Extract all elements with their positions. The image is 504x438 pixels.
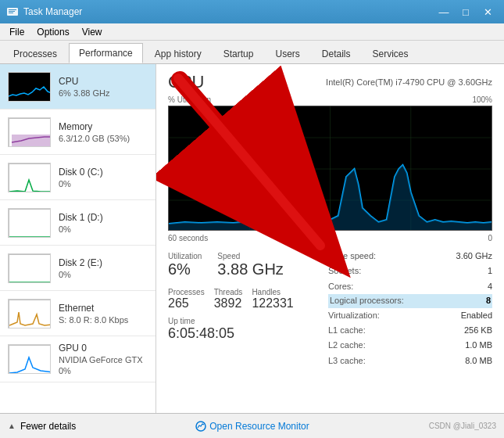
- tab-details[interactable]: Details: [312, 43, 361, 63]
- l2-row: L2 cache: 1.0 MB: [328, 338, 492, 353]
- disk0-sidebar-value: 0%: [59, 179, 148, 188]
- minimize-button[interactable]: —: [434, 4, 454, 20]
- threads-label: Threads: [214, 288, 243, 296]
- panel-header: CPU Intel(R) Core(TM) i7-4790 CPU @ 3.60…: [168, 72, 492, 92]
- cpu-graph: [168, 106, 492, 231]
- speed-value: 3.88 GHz: [217, 260, 283, 278]
- logical-row: Logical processors: 8: [328, 294, 492, 307]
- memory-sidebar-value: 6.3/12.0 GB (53%): [59, 134, 148, 143]
- ethernet-sidebar-value: S: 8.0 R: 8.0 Kbps: [59, 315, 148, 325]
- cpu-sidebar-value: 6% 3.88 GHz: [59, 88, 148, 98]
- disk0-thumbnail: [8, 163, 51, 192]
- time-right: 0: [488, 234, 492, 242]
- cores-row: Cores: 4: [328, 279, 492, 294]
- sockets-value: 1: [488, 265, 492, 277]
- handles-block: Handles 122331: [252, 285, 293, 314]
- maximize-button[interactable]: □: [456, 4, 476, 20]
- svg-rect-2: [9, 11, 15, 12]
- disk2-sidebar-value: 0%: [59, 270, 148, 279]
- main-content: CPU 6% 3.88 GHz Memory 6.3/12.0 GB (53%): [0, 64, 504, 413]
- cores-value: 4: [488, 281, 492, 293]
- ethernet-sidebar-name: Ethernet: [59, 303, 148, 314]
- graph-y-label: % Utilization: [168, 95, 211, 104]
- virtualization-label: Virtualization:: [328, 310, 430, 321]
- gpu-thumbnail: [8, 344, 51, 374]
- processes-label: Processes: [168, 288, 205, 296]
- gpu-sidebar-value: NVIDIA GeForce GTX: [59, 355, 148, 364]
- uptime-label: Up time: [168, 317, 320, 325]
- tab-users[interactable]: Users: [265, 43, 309, 63]
- app-icon: [6, 5, 19, 18]
- l3-value: 8.0 MB: [465, 355, 492, 367]
- disk1-sidebar-name: Disk 1 (D:): [59, 212, 148, 223]
- sidebar-item-cpu[interactable]: CPU 6% 3.88 GHz: [0, 64, 155, 110]
- handles-label: Handles: [252, 288, 293, 296]
- tab-services[interactable]: Services: [363, 43, 419, 63]
- l1-label: L1 cache:: [328, 325, 430, 336]
- resource-monitor-icon: [195, 421, 206, 432]
- chevron-icon: ▲: [8, 422, 16, 430]
- uptime-value: 6:05:48:05: [168, 325, 320, 342]
- sidebar-item-ethernet[interactable]: Ethernet S: 8.0 R: 8.0 Kbps: [0, 291, 155, 336]
- disk1-sidebar-value: 0%: [59, 224, 148, 234]
- panel-subtitle: Intel(R) Core(TM) i7-4790 CPU @ 3.60GHz: [326, 77, 492, 87]
- cpu-sidebar-name: CPU: [59, 76, 148, 87]
- panel-title: CPU: [168, 72, 204, 92]
- l3-row: L3 cache: 8.0 MB: [328, 354, 492, 368]
- base-speed-label: Base speed:: [328, 250, 430, 262]
- graph-time-labels: 60 seconds 0: [168, 234, 492, 242]
- menu-file[interactable]: File: [3, 25, 30, 39]
- base-speed-value: 3.60 GHz: [456, 250, 492, 262]
- menu-options[interactable]: Options: [30, 25, 75, 39]
- disk1-thumbnail: [8, 208, 51, 238]
- open-resource-monitor-link[interactable]: Open Resource Monitor: [195, 421, 309, 432]
- sidebar-item-memory[interactable]: Memory 6.3/12.0 GB (53%): [0, 110, 155, 155]
- processes-value: 265: [168, 296, 205, 311]
- utilization-label: Utilization: [168, 252, 202, 260]
- graph-labels: % Utilization 100%: [168, 95, 492, 104]
- sidebar-item-disk0[interactable]: Disk 0 (C:) 0%: [0, 155, 155, 200]
- sidebar-item-gpu[interactable]: GPU 0 NVIDIA GeForce GTX 0%: [0, 336, 155, 382]
- gpu-sidebar-name: GPU 0: [59, 343, 148, 354]
- disk0-sidebar-name: Disk 0 (C:): [59, 167, 148, 178]
- speed-block: Speed 3.88 GHz: [217, 249, 283, 282]
- app-title: Task Manager: [23, 6, 82, 17]
- sidebar-item-disk1[interactable]: Disk 1 (D:) 0%: [0, 200, 155, 246]
- disk2-sidebar-name: Disk 2 (E:): [59, 257, 148, 268]
- watermark: CSDN @Jiali_0323: [429, 422, 496, 430]
- sidebar: CPU 6% 3.88 GHz Memory 6.3/12.0 GB (53%): [0, 64, 156, 413]
- cpu-thumbnail: [8, 72, 51, 102]
- svg-rect-3: [9, 13, 13, 13]
- menu-view[interactable]: View: [76, 25, 109, 39]
- tab-performance[interactable]: Performance: [69, 43, 143, 63]
- utilization-value: 6%: [168, 260, 202, 278]
- sockets-label: Sockets:: [328, 265, 430, 277]
- l2-value: 1.0 MB: [465, 339, 492, 351]
- tab-startup[interactable]: Startup: [213, 43, 264, 63]
- stats-section: Utilization 6% Speed 3.88 GHz Processes …: [168, 249, 320, 368]
- sidebar-item-disk2[interactable]: Disk 2 (E:) 0%: [0, 246, 155, 291]
- close-button[interactable]: ✕: [477, 4, 498, 20]
- resource-monitor-label: Open Resource Monitor: [209, 421, 309, 432]
- fewer-details-button[interactable]: ▲ Fewer details: [8, 421, 76, 432]
- stats-row2: Processes 265 Threads 3892 Handles 12233…: [168, 285, 320, 314]
- ethernet-thumbnail: [8, 299, 51, 328]
- title-bar: Task Manager — □ ✕: [0, 0, 504, 23]
- uptime-block: Up time 6:05:48:05: [168, 317, 320, 342]
- tab-processes[interactable]: Processes: [3, 43, 67, 63]
- graph-max-label: 100%: [472, 95, 492, 104]
- cores-label: Cores:: [328, 281, 430, 293]
- status-bar: ▲ Fewer details Open Resource Monitor CS…: [0, 413, 504, 438]
- time-left: 60 seconds: [168, 234, 208, 242]
- tab-bar: Processes Performance App history Startu…: [0, 41, 504, 64]
- processes-block: Processes 265: [168, 285, 205, 314]
- svg-rect-4: [12, 135, 50, 146]
- tab-app-history[interactable]: App history: [145, 43, 212, 63]
- stats-info-row: Utilization 6% Speed 3.88 GHz Processes …: [168, 249, 492, 368]
- right-panel: CPU Intel(R) Core(TM) i7-4790 CPU @ 3.60…: [156, 64, 504, 413]
- l2-label: L2 cache:: [328, 339, 430, 351]
- threads-value: 3892: [214, 296, 243, 311]
- logical-label: Logical processors:: [330, 295, 431, 307]
- logical-value: 8: [486, 295, 491, 307]
- memory-sidebar-name: Memory: [59, 121, 148, 132]
